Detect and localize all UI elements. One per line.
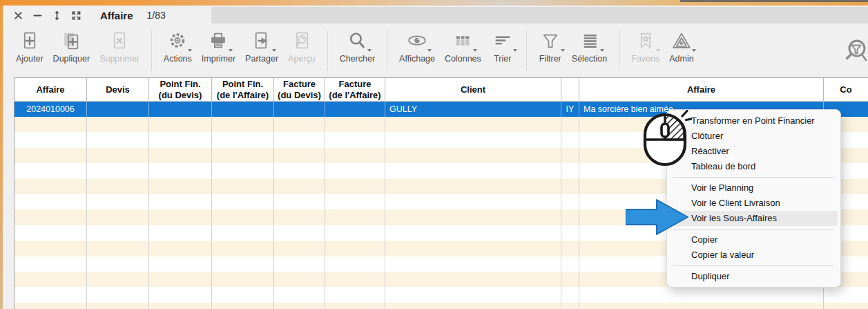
- table-cell: [274, 117, 325, 132]
- toolbar-separator: [151, 30, 152, 71]
- menu-item-copier-la-valeur[interactable]: Copier la valeur: [667, 247, 840, 263]
- column-header-facture-devis[interactable]: Facture (du Devis): [274, 78, 325, 101]
- close-icon[interactable]: [12, 10, 24, 21]
- table-cell: [385, 241, 561, 256]
- table-cell: [385, 272, 561, 287]
- menu-separator: [673, 229, 834, 230]
- preview-button[interactable]: Aperçu: [283, 29, 320, 64]
- column-header-affaire-2[interactable]: Affaire: [579, 78, 824, 101]
- cell-code[interactable]: IY: [561, 102, 579, 117]
- table-cell: [274, 303, 325, 309]
- toolbar: Ajouter Dupliquer Supprimer Actions: [3, 25, 868, 77]
- expand-icon[interactable]: [70, 10, 82, 21]
- cell-client[interactable]: GULLY: [385, 102, 561, 117]
- cell-point-fin-affaire[interactable]: [212, 102, 274, 117]
- cell-facture-devis[interactable]: [274, 102, 325, 117]
- menu-item-tableau-de-bord[interactable]: Tableau de bord: [667, 159, 840, 174]
- selection-button[interactable]: Sélection: [567, 29, 612, 64]
- toolbar-separator: [327, 30, 328, 71]
- table-cell: [87, 132, 149, 147]
- table-cell: [385, 225, 561, 241]
- add-button[interactable]: Ajouter: [11, 29, 48, 64]
- menu-separator: [673, 177, 834, 178]
- search-filter-icon[interactable]: [845, 37, 868, 71]
- cell-affaire-number[interactable]: 2024010006: [15, 102, 87, 117]
- column-header-co[interactable]: Co: [824, 78, 868, 101]
- pyramid-eye-icon: [670, 29, 693, 53]
- table-cell: [15, 256, 87, 272]
- page-arrow-icon: [250, 29, 273, 53]
- table-cell: [212, 194, 274, 209]
- toolbar-separator: [387, 30, 387, 71]
- table-row[interactable]: [15, 287, 868, 302]
- table-cell: [561, 209, 579, 225]
- printer-icon: [206, 29, 230, 53]
- cell-point-fin-devis[interactable]: [149, 102, 212, 117]
- table-cell: [212, 163, 274, 178]
- favorites-button[interactable]: Favoris: [626, 29, 664, 64]
- search-button[interactable]: Chercher: [335, 29, 380, 64]
- table-cell: [385, 209, 561, 225]
- column-header-point-fin-devis[interactable]: Point Fin. (du Devis): [149, 78, 212, 101]
- table-cell: [212, 117, 274, 132]
- table-cell: [325, 209, 385, 225]
- column-header-point-fin-affaire[interactable]: Point Fin. (de l'Affaire): [212, 78, 274, 101]
- sort-lines-icon: [491, 29, 514, 53]
- minimize-icon[interactable]: [32, 10, 44, 21]
- toolbar-label: Ajouter: [16, 54, 44, 64]
- menu-item-transformer-point-financier[interactable]: Transformer en Point Financier: [667, 113, 840, 129]
- table-cell: [561, 117, 579, 132]
- column-header-client[interactable]: Client: [385, 78, 561, 101]
- table-cell: [561, 163, 579, 178]
- duplicate-button[interactable]: Dupliquer: [48, 29, 95, 64]
- print-button[interactable]: Imprimer: [197, 29, 240, 64]
- table-cell: [212, 241, 274, 256]
- table-cell: [149, 303, 212, 309]
- table-cell: [149, 163, 212, 178]
- table-cell: [212, 287, 274, 302]
- table-cell: [87, 117, 149, 132]
- chevron-down-icon: [272, 49, 276, 52]
- columns-button[interactable]: Colonnes: [440, 29, 486, 64]
- table-cell: [561, 303, 579, 309]
- menu-item-dupliquer[interactable]: Dupliquer: [667, 269, 840, 284]
- resize-vertical-icon[interactable]: [51, 10, 63, 21]
- column-header-affaire[interactable]: Affaire: [15, 78, 87, 101]
- column-header-devis[interactable]: Devis: [87, 78, 149, 101]
- table-cell: [87, 194, 149, 209]
- table-cell: [385, 256, 561, 272]
- cell-devis[interactable]: [87, 102, 149, 117]
- table-cell: [15, 179, 87, 194]
- table-cell: [274, 287, 325, 302]
- menu-item-cloturer[interactable]: Clôturer: [667, 129, 840, 144]
- table-cell: [15, 209, 87, 225]
- menu-item-voir-planning[interactable]: Voir le Planning: [667, 180, 840, 196]
- table-cell: [15, 225, 87, 241]
- menu-item-reactiver[interactable]: Réactiver: [667, 144, 840, 159]
- delete-button[interactable]: Supprimer: [95, 29, 144, 64]
- sort-button[interactable]: Trier: [486, 29, 519, 64]
- table-cell: [325, 117, 385, 132]
- admin-button[interactable]: Admin: [664, 29, 698, 64]
- menu-item-copier[interactable]: Copier: [667, 232, 840, 247]
- toolbar-label: Admin: [669, 54, 693, 64]
- cell-facture-affaire[interactable]: [325, 102, 385, 117]
- column-header-blank[interactable]: [561, 78, 579, 101]
- table-cell: [212, 225, 274, 241]
- column-header-facture-affaire[interactable]: Facture (de l'Affaire): [325, 78, 385, 101]
- window-controls: [12, 10, 82, 21]
- table-row[interactable]: [15, 303, 868, 309]
- filter-button[interactable]: Filtrer: [534, 29, 567, 64]
- table-cell: [15, 132, 87, 147]
- magnifier-icon: [345, 29, 369, 53]
- menu-item-voir-client-livraison[interactable]: Voir le Client Livraison: [667, 196, 840, 211]
- chevron-down-icon: [692, 49, 696, 52]
- menu-item-voir-sous-affaires[interactable]: Voir les Sous-Affaires: [670, 211, 838, 226]
- display-button[interactable]: Affichage: [394, 29, 440, 64]
- toolbar-label: Sélection: [572, 54, 607, 64]
- toolbar-label: Favoris: [631, 54, 659, 64]
- table-cell: [15, 163, 87, 178]
- actions-button[interactable]: Actions: [159, 29, 197, 64]
- share-button[interactable]: Partager: [240, 29, 283, 64]
- page-title: Affaire: [100, 10, 133, 21]
